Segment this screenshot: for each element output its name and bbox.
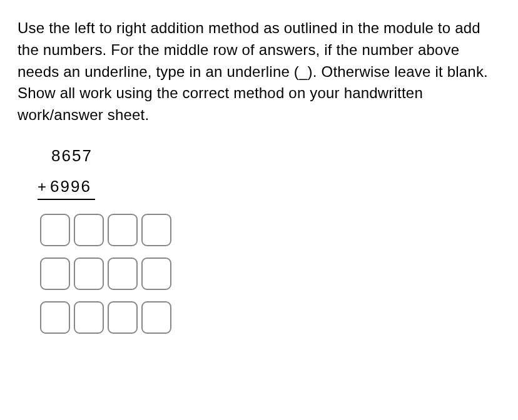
answer-row-1 — [40, 214, 500, 246]
answer-row2-box4[interactable] — [141, 258, 171, 290]
answer-row1-box1[interactable] — [40, 214, 70, 246]
answer-row3-box3[interactable] — [108, 301, 138, 334]
answer-area — [40, 214, 500, 334]
instructions-text: Use the left to right addition method as… — [18, 18, 500, 126]
second-addend-row: +6996 — [38, 177, 500, 200]
addition-problem: 8657 +6996 — [38, 146, 500, 334]
answer-row-3 — [40, 301, 500, 334]
answer-row1-box2[interactable] — [74, 214, 104, 246]
answer-row2-box1[interactable] — [40, 258, 70, 290]
answer-row1-box3[interactable] — [108, 214, 138, 246]
answer-row3-box1[interactable] — [40, 301, 70, 334]
answer-row2-box3[interactable] — [108, 258, 138, 290]
answer-row3-box2[interactable] — [74, 301, 104, 334]
operator-plus: + — [38, 178, 48, 195]
answer-row-2 — [40, 258, 500, 290]
answer-row2-box2[interactable] — [74, 258, 104, 290]
answer-row1-box4[interactable] — [141, 214, 171, 246]
second-addend: 6996 — [50, 177, 91, 196]
first-addend: 8657 — [38, 146, 500, 166]
answer-row3-box4[interactable] — [141, 301, 171, 334]
